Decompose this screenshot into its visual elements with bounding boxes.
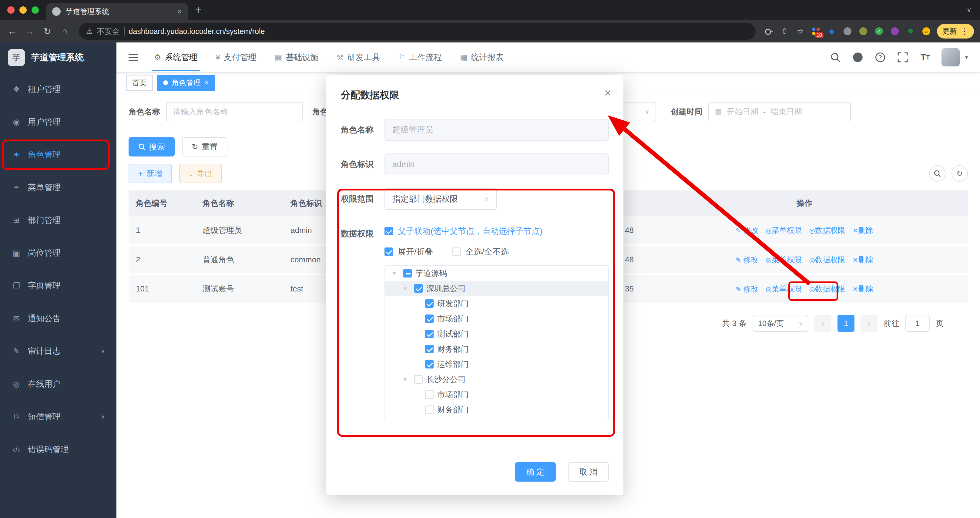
create-time-range-picker[interactable]: ▦ 开始日期 - 结束日期 [708,102,851,121]
back-icon[interactable]: ← [6,26,18,37]
search-button[interactable]: 搜索 [129,137,175,156]
forward-icon[interactable]: → [24,26,36,37]
search-icon[interactable] [829,51,842,64]
checkbox-checked[interactable] [425,345,434,353]
delete-link[interactable]: ✕删除 [853,255,873,264]
password-key-icon[interactable] [764,26,773,36]
tag-home[interactable]: 首页 [126,75,153,91]
purple-extension-icon[interactable] [889,26,900,37]
browser-tab[interactable]: 芋道管理系统 × [46,3,188,20]
reload-icon[interactable]: ↻ [41,26,53,37]
tree-node[interactable]: ▸ 财务部门 [385,402,608,417]
select-all-checkbox[interactable] [452,247,461,256]
tree-node[interactable]: ▸ 研发部门 [385,296,608,311]
menu-kebab-icon[interactable]: ⋮ [961,27,969,36]
checkbox-checked[interactable] [425,330,434,338]
olive-extension-icon[interactable] [858,26,869,37]
checkbox-checked[interactable] [414,284,423,293]
confirm-button[interactable]: 确 定 [515,462,556,481]
collapse-sidebar-icon[interactable] [129,54,138,61]
new-tab-button[interactable]: + [188,4,209,16]
check-extension-icon[interactable]: ✓ [874,26,884,37]
chrome-update-button[interactable]: 更新 ⋮ [937,24,974,38]
sidebar-item-tenant[interactable]: ❖ 租户管理 [0,73,116,105]
tab-report[interactable]: ▦ 统计报表 [458,43,506,71]
tab-workflow[interactable]: ⚐ 工作流程 [396,43,444,71]
goto-page-input[interactable] [905,315,930,332]
tag-close-icon[interactable]: × [204,78,208,87]
sidebar-item-post[interactable]: ▣ 岗位管理 [0,237,116,269]
checkbox-unchecked[interactable] [425,390,434,399]
sidebar-item-notice[interactable]: ✉ 通知公告 [0,302,116,335]
font-size-icon[interactable]: TT [919,51,931,64]
user-avatar[interactable] [942,48,960,67]
edit-link[interactable]: ✎ 修改 [736,255,758,264]
tab-close-icon[interactable]: × [177,7,182,16]
reset-button[interactable]: ↻ 重置 [182,137,228,156]
sidebar-item-sms[interactable]: ⚐ 短信管理 ∨ [0,400,116,433]
tab-search-icon[interactable]: ∨ [958,6,980,14]
help-icon[interactable]: ? [874,51,886,64]
github-icon[interactable] [852,51,864,64]
next-page-button[interactable]: › [861,315,878,332]
data-perm-link[interactable]: ◎数据权限 [809,226,845,234]
cancel-button[interactable]: 取 消 [568,462,609,481]
fullscreen-icon[interactable] [897,51,909,64]
puzzle-extension-icon[interactable]: ❖ [905,26,916,37]
sidebar-item-user[interactable]: ◉ 用户管理 [0,105,116,138]
role-name-input[interactable] [166,102,302,121]
window-close-button[interactable] [7,6,14,14]
toggle-search-icon[interactable] [929,165,945,182]
checkbox-unchecked[interactable] [414,375,423,384]
gray-extension-icon[interactable] [842,26,853,37]
menu-perm-link[interactable]: ◎菜单权限 [765,255,802,264]
sidebar-item-audit-log[interactable]: ✎ 审计日志 ∨ [0,335,116,368]
tree-node[interactable]: ▾ 芋道源码 [385,266,608,281]
home-icon[interactable]: ⌂ [59,26,71,37]
scope-select[interactable]: 指定部门数据权限 ∨ [385,188,497,210]
prev-page-button[interactable]: ‹ [815,315,831,332]
data-perm-link[interactable]: ◎数据权限 [809,255,845,264]
data-perm-link[interactable]: ◎数据权限 [809,284,845,293]
checkbox-unchecked[interactable] [425,405,434,414]
dialog-close-icon[interactable]: × [604,86,611,100]
add-button[interactable]: + 新增 [129,164,172,183]
checkbox-checked[interactable] [425,360,434,368]
checkbox-checked[interactable] [425,314,434,323]
caret-down-icon[interactable]: ▾ [399,285,410,292]
linkage-checkbox[interactable] [385,227,393,235]
smiley-extension-icon[interactable]: ᴗ [921,26,931,37]
sidebar-item-dict[interactable]: ❐ 字典管理 [0,269,116,302]
page-number-button[interactable]: 1 [837,315,854,332]
bookmark-star-icon[interactable]: ☆ [795,26,805,37]
extension-grid-icon[interactable]: 10 [811,26,821,37]
export-button[interactable]: ↓ 导出 [179,164,222,183]
page-size-select[interactable]: 10条/页 ∨ [752,315,808,332]
tree-node[interactable]: ▸ 市场部门 [385,387,608,402]
shield-extension-icon[interactable]: ◆ [827,26,837,37]
tree-node[interactable]: ▸ 运维部门 [385,357,608,372]
checkbox-checked[interactable] [425,299,434,308]
window-zoom-button[interactable] [32,6,39,14]
tag-role-manage[interactable]: 角色管理 × [157,75,215,91]
tree-node[interactable]: ▾ 长沙分公司 [385,372,608,387]
sidebar-item-role[interactable]: ✦ 角色管理 [0,138,116,171]
expand-collapse-checkbox[interactable] [385,247,393,256]
tree-node[interactable]: ▸ 测试部门 [385,326,608,341]
sidebar-item-error-code[interactable]: ‹/› 错误码管理 [0,433,116,466]
address-bar[interactable]: ⚠ 不安全 dashboard.yudao.iocoder.cn/system/… [79,23,756,40]
sidebar-item-online-user[interactable]: ◎ 在线用户 [0,368,116,400]
checkbox-indeterminate[interactable] [403,269,412,277]
sidebar-item-dept[interactable]: ⊞ 部门管理 [0,204,116,237]
menu-perm-link[interactable]: ◎菜单权限 [765,284,802,293]
window-minimize-button[interactable] [19,6,27,14]
menu-perm-link[interactable]: ◎菜单权限 [765,226,802,234]
tab-devtool[interactable]: ⚒ 研发工具 [334,43,382,71]
sidebar-item-menu[interactable]: ≡ 菜单管理 [0,171,116,204]
tab-infra[interactable]: ▤ 基础设施 [272,43,321,71]
edit-link[interactable]: ✎ 修改 [736,226,758,234]
caret-down-icon[interactable]: ▾ [399,376,410,383]
share-icon[interactable]: ⇧ [779,26,789,37]
refresh-table-icon[interactable]: ↻ [951,165,968,182]
caret-down-icon[interactable]: ▾ [389,269,399,277]
